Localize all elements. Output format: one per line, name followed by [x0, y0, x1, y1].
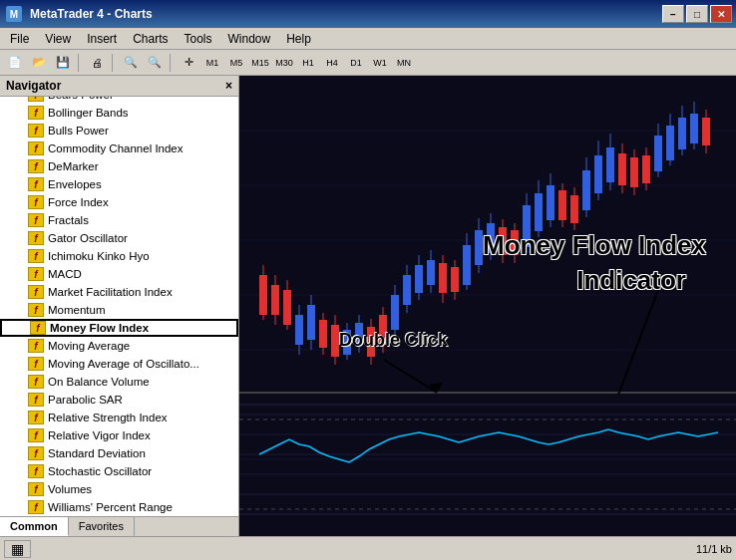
toolbar-zoom-in[interactable]: 🔍 — [120, 53, 142, 73]
app-icon: M — [4, 4, 24, 24]
toolbar-sep2 — [112, 54, 116, 72]
nav-item-18[interactable]: fRelative Strength Index — [0, 409, 238, 426]
svg-text:M: M — [10, 9, 18, 20]
nav-label-2: Bulls Power — [48, 125, 109, 137]
toolbar-zoom-out[interactable]: 🔍 — [144, 53, 166, 73]
status-bar: ▦ 11/1 kb — [0, 536, 736, 560]
nav-item-17[interactable]: fParabolic SAR — [0, 391, 238, 409]
nav-icon-4: f — [28, 159, 44, 173]
nav-label-5: Envelopes — [48, 178, 102, 190]
nav-item-6[interactable]: fForce Index — [0, 193, 238, 211]
toolbar-period-h1[interactable]: H1 — [297, 53, 319, 73]
tab-favorites[interactable]: Favorites — [69, 517, 135, 536]
toolbar-crosshair[interactable]: ✛ — [178, 53, 199, 73]
menu-help[interactable]: Help — [278, 30, 319, 48]
nav-label-10: MACD — [48, 268, 82, 280]
navigator-close[interactable]: × — [225, 79, 232, 93]
window-controls: − □ ✕ — [662, 5, 732, 23]
menu-window[interactable]: Window — [220, 30, 279, 48]
chart-svg — [239, 76, 736, 536]
nav-label-8: Gator Oscillator — [48, 232, 128, 244]
navigator-header: Navigator × — [0, 76, 238, 97]
nav-label-14: Moving Average — [48, 340, 130, 352]
menu-charts[interactable]: Charts — [125, 30, 176, 48]
menu-bar: File View Insert Charts Tools Window Hel… — [0, 28, 736, 50]
toolbar-period30[interactable]: M30 — [273, 53, 295, 73]
toolbar-period-d1[interactable]: D1 — [345, 53, 367, 73]
navigator-panel: Navigator × fBears PowerfBollinger Bands… — [0, 76, 239, 536]
nav-label-13: Money Flow Index — [50, 322, 149, 334]
nav-icon-17: f — [28, 393, 44, 407]
nav-icon-15: f — [28, 357, 44, 371]
toolbar-period5[interactable]: M5 — [225, 53, 247, 73]
menu-view[interactable]: View — [37, 30, 79, 48]
nav-item-0[interactable]: fBears Power — [0, 97, 238, 104]
nav-item-12[interactable]: fMomentum — [0, 301, 238, 319]
toolbar-period-h4[interactable]: H4 — [321, 53, 343, 73]
menu-insert[interactable]: Insert — [79, 30, 125, 48]
nav-item-11[interactable]: fMarket Facilitation Index — [0, 283, 238, 301]
toolbar-open[interactable]: 📂 — [28, 53, 50, 73]
navigator-title: Navigator — [6, 79, 61, 93]
nav-label-1: Bollinger Bands — [48, 107, 129, 119]
nav-icon-13: f — [30, 321, 46, 335]
toolbar: 📄 📂 💾 🖨 🔍 🔍 ✛ M1 M5 M15 M30 H1 H4 D1 W1 … — [0, 50, 736, 76]
nav-item-3[interactable]: fCommodity Channel Index — [0, 140, 238, 157]
toolbar-period1[interactable]: M1 — [201, 53, 223, 73]
menu-tools[interactable]: Tools — [177, 30, 220, 48]
nav-item-7[interactable]: fFractals — [0, 211, 238, 229]
tab-common[interactable]: Common — [0, 517, 69, 536]
nav-label-22: Volumes — [48, 483, 92, 495]
toolbar-period-w1[interactable]: W1 — [369, 53, 391, 73]
navigator-tabs: Common Favorites — [0, 516, 238, 536]
nav-item-13[interactable]: fMoney Flow Index — [0, 319, 238, 337]
nav-item-20[interactable]: fStandard Deviation — [0, 444, 238, 462]
menu-file[interactable]: File — [2, 30, 37, 48]
nav-icon-5: f — [28, 177, 44, 191]
nav-item-5[interactable]: fEnvelopes — [0, 175, 238, 193]
nav-label-4: DeMarker — [48, 160, 98, 172]
nav-label-0: Bears Power — [48, 97, 114, 101]
nav-item-22[interactable]: fVolumes — [0, 480, 238, 498]
nav-icon-7: f — [28, 213, 44, 227]
nav-item-4[interactable]: fDeMarker — [0, 157, 238, 175]
toolbar-save[interactable]: 💾 — [52, 53, 74, 73]
nav-label-16: On Balance Volume — [48, 376, 150, 388]
nav-icon-22: f — [28, 482, 44, 496]
nav-icon-3: f — [28, 141, 44, 155]
nav-item-21[interactable]: fStochastic Oscillator — [0, 462, 238, 480]
nav-icon-16: f — [28, 375, 44, 389]
maximize-button[interactable]: □ — [686, 5, 708, 23]
navigator-list[interactable]: fBears PowerfBollinger BandsfBulls Power… — [0, 97, 238, 516]
nav-label-18: Relative Strength Index — [48, 412, 168, 423]
close-button[interactable]: ✕ — [710, 5, 732, 23]
window-title: MetaTrader 4 - Charts — [30, 7, 662, 21]
status-kb: 11/1 kb — [696, 543, 732, 555]
nav-item-15[interactable]: fMoving Average of Oscillato... — [0, 355, 238, 373]
toolbar-period-mn[interactable]: MN — [393, 53, 415, 73]
nav-icon-10: f — [28, 267, 44, 281]
nav-item-9[interactable]: fIchimoku Kinko Hyo — [0, 247, 238, 265]
nav-item-1[interactable]: fBollinger Bands — [0, 104, 238, 122]
nav-label-23: Williams' Percent Range — [48, 501, 173, 513]
nav-icon-21: f — [28, 464, 44, 478]
nav-item-2[interactable]: fBulls Power — [0, 122, 238, 140]
chart-area[interactable]: Money Flow Index Indicator Double Click — [239, 76, 736, 536]
nav-label-11: Market Facilitation Index — [48, 286, 173, 298]
nav-item-23[interactable]: fWilliams' Percent Range — [0, 498, 238, 516]
nav-item-16[interactable]: fOn Balance Volume — [0, 373, 238, 391]
nav-icon-1: f — [28, 106, 44, 120]
toolbar-print[interactable]: 🖨 — [86, 53, 108, 73]
nav-item-19[interactable]: fRelative Vigor Index — [0, 426, 238, 444]
minimize-button[interactable]: − — [662, 5, 684, 23]
toolbar-new[interactable]: 📄 — [4, 53, 26, 73]
nav-icon-8: f — [28, 231, 44, 245]
toolbar-period15[interactable]: M15 — [249, 53, 271, 73]
nav-icon-18: f — [28, 411, 44, 424]
nav-item-14[interactable]: fMoving Average — [0, 337, 238, 355]
nav-item-10[interactable]: fMACD — [0, 265, 238, 283]
nav-item-8[interactable]: fGator Oscillator — [0, 229, 238, 247]
nav-label-9: Ichimoku Kinko Hyo — [48, 250, 150, 262]
nav-icon-14: f — [28, 339, 44, 353]
nav-icon-11: f — [28, 285, 44, 299]
